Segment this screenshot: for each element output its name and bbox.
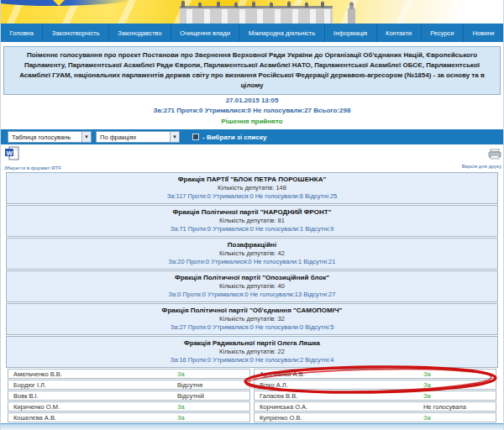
- grouping-select-value: По фракціях: [97, 134, 170, 141]
- table-row: Кириченко О.М.За: [8, 401, 250, 412]
- faction-name: Позафракційні: [7, 240, 497, 249]
- table-row: Галасюк В.В.За: [254, 391, 496, 401]
- deputy-vote: За: [423, 370, 431, 378]
- nav-item-zakonotvorchist[interactable]: Законотворчість: [43, 24, 108, 42]
- deputy-vote: За: [177, 414, 185, 422]
- main-nav: Головна Законотворчість Законодавство Оч…: [1, 24, 503, 42]
- table-row: Вовк В.І.Відсутній: [8, 391, 250, 401]
- deputy-name: Бордюг І.Л.: [8, 381, 177, 389]
- table-row: Артеменко А.В.За: [254, 369, 496, 379]
- vote-totals: За:271 Проти:0 Утрималися:0 Не голосувал…: [1, 107, 503, 115]
- nav-item-novyny[interactable]: Новини: [464, 24, 503, 42]
- faction-deputy-count: Кількість депутатів: 81: [7, 217, 497, 225]
- deputies-column-right: Артеменко А.В.За Вітко А.Л.За Галасюк В.…: [254, 369, 496, 430]
- deputy-name: Вітко А.Л.: [255, 381, 423, 389]
- table-row: Вітко А.Л.За: [254, 380, 496, 390]
- nav-item-ochyshchennia-vlady[interactable]: Очищення влади: [171, 24, 239, 42]
- deputy-name: Вовк В.І.: [8, 392, 177, 400]
- grouping-select[interactable]: По фракціях ▼: [96, 131, 180, 143]
- faction-block-opozytsiinyi-blok: Фракція Політичної партії "Опозиційний б…: [6, 270, 498, 302]
- faction-block-samopomich: Фракція Політичної партії "Об'єднання "С…: [6, 303, 498, 335]
- faction-vote-stats: За:20 Проти:0 Утрималися:0 Не голосували…: [7, 258, 497, 266]
- deputy-vote: Відсутня: [177, 381, 202, 389]
- nav-item-kontakty[interactable]: Контакти: [377, 24, 422, 42]
- table-row: Купрієнко О.В.За: [254, 412, 496, 422]
- faction-vote-stats: За:16 Проти:0 Утрималися:0 Не голосували…: [7, 356, 497, 364]
- table-row: Бордюг І.Л.Відсутня: [8, 380, 250, 390]
- deputy-vote: За: [423, 414, 431, 422]
- svg-text:W: W: [7, 149, 13, 157]
- faction-name: Фракція Політичної партії "Опозиційний б…: [7, 273, 497, 282]
- table-row-highlighted: Корчинська О.А.Не голосувала: [254, 401, 496, 412]
- deputy-vote: За: [423, 392, 431, 400]
- faction-block-pozafraktsiini: Позафракційні Кількість депутатів: 42 За…: [6, 238, 498, 270]
- trident-emblem-icon: [53, 0, 65, 6]
- faction-deputy-count: Кількість депутатів: 148: [7, 184, 497, 192]
- deputy-name: Кириченко О.М.: [8, 403, 177, 411]
- table-row: Амельченко В.В.За: [8, 369, 250, 379]
- faction-name: Фракція Політичної партії "Об'єднання "С…: [7, 306, 497, 315]
- select-from-list-label: - Вибрати зі списку: [202, 134, 266, 141]
- nav-item-zakonodavstvo[interactable]: Законодавство: [109, 24, 171, 42]
- vote-toolbar: Таблиця голосувань ▼ По фракціях ▼ - Виб…: [1, 129, 503, 144]
- faction-vote-stats: За:71 Проти:0 Утрималися:0 Не голосували…: [7, 225, 497, 233]
- faction-block-radykalna-partiia: Фракція Радикальної партії Олега Ляшка К…: [6, 336, 498, 368]
- deputy-name: Амельченко В.В.: [8, 370, 177, 378]
- deputy-name: Корчинська О.А.: [255, 403, 423, 411]
- deputy-vote: Не голосувала: [423, 403, 466, 411]
- faction-vote-stats: За:0 Проти:0 Утрималися:0 Не голосували:…: [7, 291, 497, 299]
- nav-item-informatsiia[interactable]: Інформація: [325, 24, 377, 42]
- chevron-down-icon: ▼: [170, 132, 179, 142]
- printer-icon: [488, 149, 501, 160]
- table-row: Кошелєва А.В.За: [8, 412, 250, 422]
- parliament-building-image: [180, 1, 333, 24]
- deputy-name: Галасюк В.В.: [255, 392, 423, 400]
- faction-name: Фракція ПАРТІЇ "БЛОК ПЕТРА ПОРОШЕНКА": [7, 175, 497, 184]
- print-version-label: Версія для друку: [462, 164, 501, 169]
- faction-block-bpp: Фракція ПАРТІЇ "БЛОК ПЕТРА ПОРОШЕНКА" Кі…: [6, 172, 498, 204]
- rada-vote-results-page: Головна Законотворчість Законодавство Оч…: [0, 0, 504, 430]
- faction-vote-stats: За:27 Проти:0 Утрималися:0 Не голосували…: [7, 323, 497, 332]
- vote-datetime: 27.01.2015 13:05: [1, 97, 503, 105]
- faction-summary-list: Фракція ПАРТІЇ "БЛОК ПЕТРА ПОРОШЕНКА" Кі…: [6, 172, 498, 368]
- faction-name: Фракція Радикальної партії Олега Ляшка: [7, 338, 497, 348]
- vote-result-status: Рішення прийнято: [1, 118, 503, 126]
- faction-deputy-count: Кількість депутатів: 22: [7, 348, 497, 356]
- actions-row: W Зберегти в форматі RTF Версія для друк…: [1, 144, 503, 172]
- nav-item-resursy[interactable]: Ресурси: [422, 24, 464, 42]
- view-type-select[interactable]: Таблиця голосувань ▼: [8, 131, 92, 143]
- save-rtf-label: Зберегти в форматі RTF: [4, 165, 61, 170]
- tower-image: [342, 2, 360, 24]
- deputies-vote-table: Амельченко В.В.За Бордюг І.Л.Відсутня Во…: [8, 369, 496, 430]
- deputy-name: Купрієнко О.В.: [255, 414, 423, 422]
- faction-deputy-count: Кількість депутатів: 32: [7, 315, 497, 323]
- nav-item-mizhnarodna-diialnist[interactable]: Міжнародна діяльність: [239, 24, 324, 42]
- faction-block-narodnyi-front: Фракція Політичної партії "НАРОДНИЙ ФРОН…: [6, 205, 498, 237]
- vote-title: Поіменне голосування про проект Постанов…: [3, 46, 501, 95]
- select-from-list-checkbox[interactable]: [192, 134, 199, 140]
- deputy-vote: За: [177, 370, 185, 378]
- deputy-vote: За: [423, 381, 431, 389]
- chevron-down-icon: ▼: [81, 132, 91, 142]
- view-type-select-value: Таблиця голосувань: [8, 134, 81, 141]
- faction-vote-stats: За:117 Проти:0 Утрималися:0 Не голосувал…: [7, 192, 497, 201]
- deputy-name: Артеменко А.В.: [255, 370, 423, 378]
- rtf-doc-icon: W: [4, 146, 19, 161]
- faction-deputy-count: Кількість депутатів: 40: [7, 282, 497, 291]
- save-rtf-link[interactable]: W Зберегти в форматі RTF: [4, 146, 61, 170]
- print-version-link[interactable]: Версія для друку: [462, 148, 501, 169]
- bottom-bar: [1, 423, 503, 430]
- deputy-name: Кошелєва А.В.: [8, 414, 177, 422]
- deputy-vote: Відсутній: [177, 392, 204, 400]
- deputy-vote: За: [177, 403, 185, 411]
- faction-name: Фракція Політичної партії "НАРОДНИЙ ФРОН…: [7, 207, 497, 217]
- faction-deputy-count: Кількість депутатів: 42: [7, 249, 497, 258]
- flag-banner: [1, 0, 503, 24]
- nav-item-golovna[interactable]: Головна: [1, 24, 43, 42]
- deputies-column-left: Амельченко В.В.За Бордюг І.Л.Відсутня Во…: [8, 369, 250, 430]
